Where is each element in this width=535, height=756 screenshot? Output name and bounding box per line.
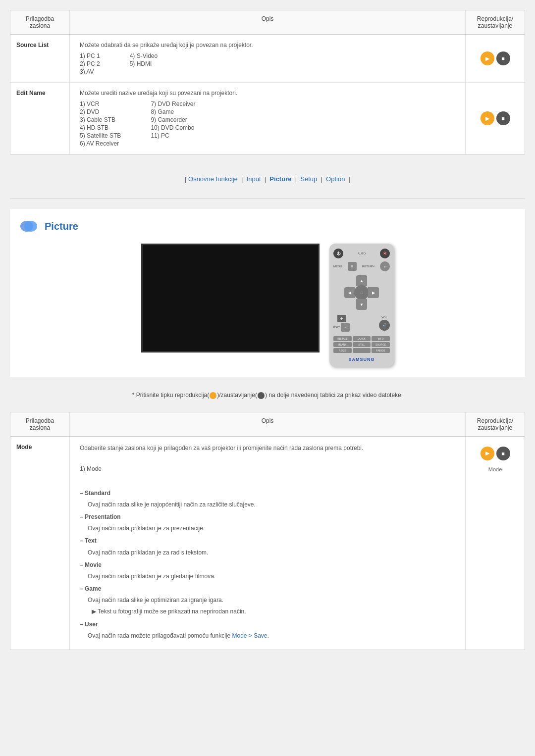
row-label-edit-name: Edit Name — [10, 83, 70, 154]
play-button-2[interactable]: ▶ — [481, 111, 494, 125]
mode-user-detail: Ovaj način rada možete prilagođavati pom… — [80, 631, 455, 641]
bottom-table-header: Prilagodba zaslona Opis Reprodukcija/ za… — [10, 412, 525, 437]
mode-user: – User Ovaj način rada možete prilagođav… — [80, 620, 455, 641]
remote-exit-row: EXIT → — [333, 323, 350, 332]
bottom-info-table: Prilagodba zaslona Opis Reprodukcija/ za… — [10, 412, 525, 650]
remote-blank-btn[interactable]: BLANK — [333, 342, 352, 347]
mode-game-detail: Ovaj način rada slike je optimiziran za … — [80, 596, 455, 605]
remote-empty-btn — [353, 348, 371, 353]
picture-icon — [20, 219, 40, 234]
stop-button[interactable]: ■ — [496, 51, 510, 65]
remote-control: ⏻ AUTO 🔇 MENU ≡ RETURN ↩ — [329, 244, 394, 367]
nav-link-osnovne[interactable]: Osnovne funkcije — [188, 175, 238, 183]
mode-save-link[interactable]: Mode > Save — [232, 632, 268, 639]
edit-name-desc: Možete urediti nazive uređaja koji su po… — [80, 90, 455, 97]
remote-install-btn[interactable]: INSTALL — [333, 336, 352, 341]
list-item: 11) PC — [151, 132, 195, 139]
list-item: 9) Camcorder — [151, 116, 195, 123]
mode-desc-main: Odaberite stanje zaslona koji je prilago… — [80, 444, 455, 453]
bottom-header-col2: Opis — [70, 412, 465, 436]
remote-dpad-right[interactable]: ▶ — [368, 287, 379, 298]
note-middle: )/zaustavljanje( — [217, 392, 257, 399]
nav-sep-3: | — [261, 175, 270, 183]
remote-dpad-down[interactable]: ▼ — [356, 299, 367, 310]
nav-bar: | Osnovne funkcije | Input | Picture | S… — [10, 169, 525, 189]
play-button-mode[interactable]: ▶ — [481, 447, 494, 460]
mode-label-img: Mode — [488, 466, 502, 472]
top-table-header: Prilagodba zaslona Opis Reprodukcija/ za… — [10, 10, 525, 35]
remote-menu-btn[interactable]: ≡ — [348, 262, 357, 271]
source-list-col1: 1) PC 1 2) PC 2 3) AV — [80, 52, 100, 75]
remote-vol-row: + EXIT → VOL 🔊 — [333, 315, 390, 332]
remote-row2: MENU ≡ RETURN ↩ — [333, 261, 390, 271]
top-info-table: Prilagodba zaslona Opis Reprodukcija/ za… — [10, 10, 525, 154]
remote-pmode-btn[interactable]: P.MODE — [372, 348, 390, 353]
remote-return-btn[interactable]: ↩ — [380, 261, 390, 271]
list-item: 10) DVD Combo — [151, 124, 195, 131]
row-label-source-list: Source List — [10, 35, 70, 82]
note-before: * Pritisnite tipku reprodukcija( — [132, 392, 209, 399]
note-after: ) na dolje navedenoj tablici za prikaz v… — [265, 392, 403, 399]
stop-button-mode[interactable]: ■ — [496, 447, 510, 460]
tv-screen — [141, 244, 320, 353]
source-list-columns: 1) PC 1 2) PC 2 3) AV 4) S-Video 5) HDMI — [80, 52, 455, 75]
nav-link-input[interactable]: Input — [247, 175, 261, 183]
row-action-source-list: ▶ ■ — [465, 35, 525, 82]
play-button[interactable]: ▶ — [481, 51, 494, 65]
remote-plus-btn[interactable]: + — [337, 315, 346, 322]
remote-source-btn[interactable]: SOURCE — [372, 342, 390, 347]
edit-name-col2: 7) DVD Receiver 8) Game 9) Camcorder 10)… — [151, 101, 195, 147]
list-item: 1) PC 1 — [80, 52, 100, 59]
list-item: 5) HDMI — [130, 60, 158, 67]
note-text: * Pritisnite tipku reprodukcija()/zausta… — [10, 387, 525, 404]
table-row-source-list: Source List Možete odabrati da se prikaž… — [10, 35, 525, 83]
mode-game: – Game Ovaj način rada slike je optimizi… — [80, 584, 455, 617]
remote-brand: SAMSUNG — [348, 357, 374, 362]
remote-info-btn[interactable]: INFO — [372, 336, 390, 341]
picture-content: ⏻ AUTO 🔇 MENU ≡ RETURN ↩ — [20, 244, 515, 367]
remote-return-label: RETURN — [362, 265, 374, 268]
remote-vol-label: VOL — [381, 316, 387, 319]
mode-standard-detail: Ovaj način rada slike je najopćenitiji n… — [80, 500, 455, 509]
remote-quick-btn[interactable]: QUICK — [353, 336, 371, 341]
remote-psize-btn[interactable]: P.SIZE — [333, 348, 352, 353]
row-content-source-list: Možete odabrati da se prikaže uređaj koj… — [70, 35, 465, 82]
page-wrapper: Prilagodba zaslona Opis Reprodukcija/ za… — [0, 0, 535, 675]
nav-link-option[interactable]: Option — [326, 175, 345, 183]
list-item: 5) Satellite STB — [80, 132, 121, 139]
remote-power-button[interactable]: ⏻ — [333, 249, 343, 258]
bottom-header-col1: Prilagodba zaslona — [10, 412, 70, 436]
picture-header: Picture — [20, 219, 515, 234]
remote-vol-btn[interactable]: 🔊 — [379, 320, 390, 331]
stop-button-2[interactable]: ■ — [496, 111, 510, 125]
row-content-mode: Odaberite stanje zaslona koji je prilago… — [70, 437, 465, 650]
remote-auto-section: AUTO — [358, 252, 366, 255]
remote-mute-button[interactable]: 🔇 — [380, 249, 390, 258]
remote-dpad-up[interactable]: ▲ — [356, 275, 367, 286]
row-action-mode: ▶ ■ Mode — [465, 437, 525, 650]
mode-standard: – Standard Ovaj način rada slike je najo… — [80, 489, 455, 509]
remote-dpad: ▲ ◀ □ ▶ ▼ — [344, 275, 379, 310]
note-circle-stop — [258, 392, 265, 399]
header-col-prilagodba: Prilagodba zaslona — [10, 10, 70, 34]
header-col-reprodukcija: Reprodukcija/ zaustavljanje — [465, 10, 525, 34]
mode-movie-name: – Movie — [80, 560, 455, 570]
bottom-header-col3: Reprodukcija/ zaustavljanje — [465, 412, 525, 436]
list-item: 2) DVD — [80, 108, 121, 115]
mode-text-detail: Ovaj način rada prikladan je za rad s te… — [80, 548, 455, 557]
nav-link-setup[interactable]: Setup — [300, 175, 317, 183]
remote-dpad-left[interactable]: ◀ — [344, 287, 355, 298]
remote-still-btn[interactable]: STILL — [353, 342, 371, 347]
nav-link-picture[interactable]: Picture — [269, 175, 291, 183]
remote-exit-label: EXIT — [333, 326, 340, 329]
table-row-mode: Mode Odaberite stanje zaslona koji je pr… — [10, 437, 525, 650]
remote-auto-label: AUTO — [358, 252, 366, 255]
mode-game-note: ▶ Tekst u fotografiji može se prikazati … — [80, 607, 455, 616]
remote-dpad-center[interactable]: □ — [354, 285, 369, 300]
svg-point-1 — [24, 221, 37, 232]
section-divider — [10, 199, 525, 199]
row-action-edit-name: ▶ ■ — [465, 83, 525, 154]
remote-exit-btn[interactable]: → — [341, 323, 350, 332]
list-item: 4) S-Video — [130, 52, 158, 59]
play-stop-buttons-mode: ▶ ■ — [481, 447, 510, 460]
